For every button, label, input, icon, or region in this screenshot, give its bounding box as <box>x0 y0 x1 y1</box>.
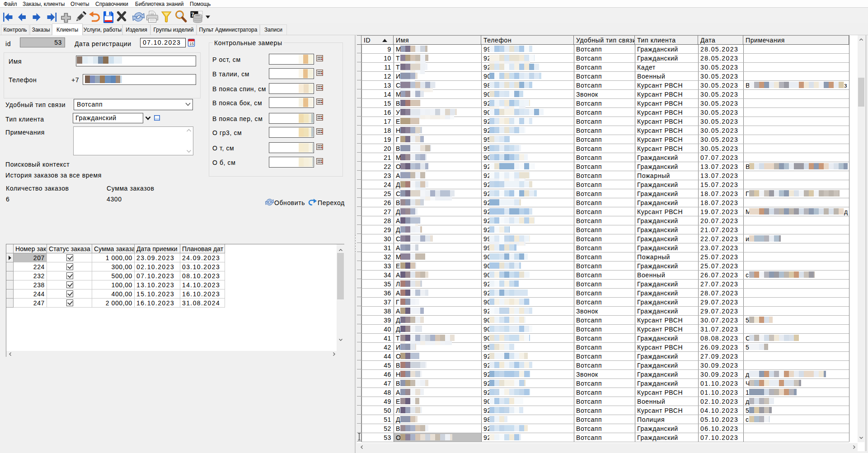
svg-text:15: 15 <box>189 42 194 46</box>
